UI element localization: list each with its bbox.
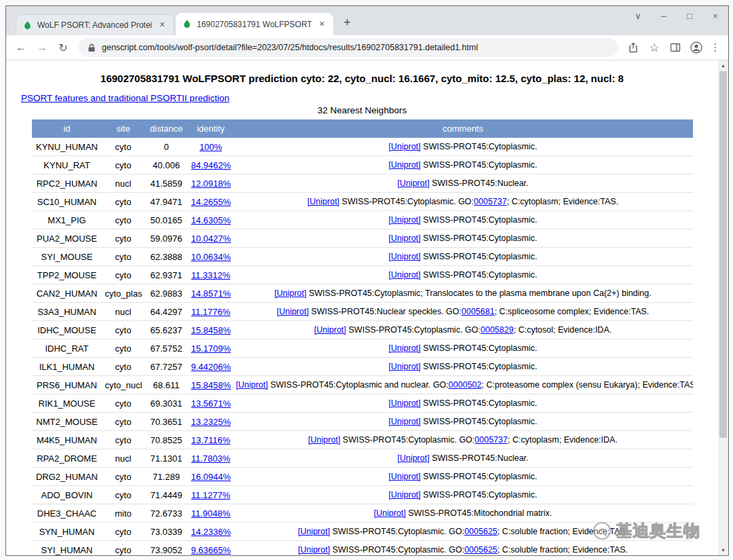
comment-link[interactable]: [Uniprot] — [389, 417, 421, 426]
identity-link[interactable]: 15.1709% — [191, 343, 231, 354]
identity-link[interactable]: 9.44206% — [191, 362, 231, 372]
comment-link[interactable]: [Uniprot] — [389, 270, 421, 280]
comment-link[interactable]: 0005737 — [474, 435, 508, 445]
identity-link[interactable]: 14.2655% — [191, 197, 231, 207]
identity-link[interactable]: 11.1277% — [191, 490, 231, 500]
comments-cell: [Uniprot] SWISS-PROT45:Cytoplasmic. GO:0… — [233, 541, 693, 556]
identity-link[interactable]: 11.1776% — [191, 307, 231, 317]
header-identity: identity — [189, 119, 233, 138]
menu-kebab-icon[interactable]: ⋮ — [708, 38, 723, 57]
forward-button[interactable]: → — [33, 38, 52, 57]
identity-link[interactable]: 13.5671% — [191, 398, 231, 409]
identity-link[interactable]: 14.2336% — [191, 527, 231, 537]
comment-link[interactable]: [Uniprot] — [389, 490, 421, 500]
lock-icon[interactable] — [88, 43, 96, 52]
comment-link[interactable]: 0005681 — [462, 307, 495, 316]
comment-link[interactable]: [Uniprot] — [389, 252, 421, 261]
identity-link[interactable]: 14.6305% — [191, 215, 231, 225]
address-bar[interactable]: genscript.com/tools/wolf-psort/detail?fi… — [79, 38, 618, 57]
side-panel-icon[interactable] — [666, 38, 685, 57]
psort-features-link[interactable]: PSORT features and traditional PSORTII p… — [21, 93, 229, 103]
comment-link[interactable]: 0005625 — [464, 527, 497, 536]
back-button[interactable]: ← — [12, 38, 31, 57]
identity-link[interactable]: 11.9048% — [191, 508, 231, 519]
scroll-up-icon[interactable]: ▲ — [718, 60, 728, 71]
vertical-scrollbar[interactable]: ▲ ▼ — [718, 60, 728, 555]
identity-cell: 11.1277% — [189, 486, 233, 504]
table-row: DRG2_HUMANcyto71.28916.0944%[Uniprot] SW… — [32, 468, 693, 486]
tab-close-icon[interactable]: × — [316, 19, 327, 30]
identity-link[interactable]: 11.3312% — [191, 270, 231, 280]
comment-link[interactable]: [Uniprot] — [308, 435, 340, 445]
comment-text: SWISS-PROT45:Cytoplasmic. — [421, 490, 538, 500]
identity-link[interactable]: 15.8458% — [191, 380, 231, 390]
identity-link[interactable]: 15.8458% — [191, 325, 231, 335]
comment-link[interactable]: 0005829 — [481, 325, 514, 335]
tab-wolf-psort-home[interactable]: WoLF PSORT: Advanced Protei × — [16, 14, 174, 35]
comment-text: SWISS-PROT45:Cytoplasmic. GO: — [330, 527, 464, 536]
comment-link[interactable]: 0005737 — [474, 197, 507, 206]
table-row: ADO_BOVINcyto71.444911.1277%[Uniprot] SW… — [32, 486, 693, 504]
tab-results[interactable]: 16902705831791 WoLFPSORT × — [176, 13, 333, 35]
identity-link[interactable]: 100% — [200, 142, 222, 152]
comment-link[interactable]: [Uniprot] — [298, 545, 330, 555]
comment-link[interactable]: [Uniprot] — [236, 380, 268, 390]
comment-link[interactable]: [Uniprot] — [307, 197, 339, 206]
identity-link[interactable]: 13.2325% — [191, 417, 231, 427]
table-row: S3A3_HUMANnucl64.429711.1776%[Uniprot] S… — [32, 303, 693, 321]
share-icon[interactable] — [624, 38, 643, 57]
comment-link[interactable]: [Uniprot] — [314, 325, 346, 335]
scroll-down-icon[interactable]: ▼ — [718, 545, 728, 555]
distance-cell: 70.3651 — [145, 413, 189, 431]
identity-link[interactable]: 10.0634% — [191, 252, 231, 262]
identity-link[interactable]: 9.63665% — [191, 545, 231, 555]
table-row: IDHC_RATcyto67.575215.1709%[Uniprot] SWI… — [32, 339, 693, 358]
reload-button[interactable]: ↻ — [54, 38, 73, 57]
identity-cell: 14.2336% — [189, 523, 233, 541]
identity-link[interactable]: 11.7803% — [191, 453, 231, 464]
comment-link[interactable]: [Uniprot] — [389, 160, 421, 170]
id-cell: PRS6_HUMAN — [32, 376, 102, 394]
profile-avatar[interactable] — [687, 38, 706, 57]
comments-cell: [Uniprot] SWISS-PROT45:Cytoplasmic. — [233, 138, 693, 156]
identity-link[interactable]: 10.0427% — [191, 234, 231, 244]
tab-search-icon[interactable]: ∨ — [625, 6, 651, 26]
comment-link[interactable]: [Uniprot] — [298, 527, 330, 536]
id-cell: SYI_HUMAN — [32, 541, 102, 556]
comment-link[interactable]: 0000502 — [449, 380, 482, 390]
identity-link[interactable]: 14.8571% — [191, 288, 231, 299]
tab-close-icon[interactable]: × — [157, 20, 168, 31]
comment-link[interactable]: [Uniprot] — [374, 508, 406, 518]
identity-link[interactable]: 84.9462% — [191, 160, 231, 170]
minimize-button[interactable]: – — [651, 6, 677, 26]
site-cell: cyto — [102, 541, 145, 556]
table-row: SYI_HUMANcyto73.90529.63665%[Uniprot] SW… — [32, 541, 693, 556]
close-button[interactable]: × — [702, 6, 728, 26]
comments-cell: [Uniprot] SWISS-PROT45:Cytoplasmic. — [233, 468, 693, 486]
comment-link[interactable]: [Uniprot] — [397, 453, 429, 463]
comment-link[interactable]: [Uniprot] — [389, 215, 421, 225]
comment-link[interactable]: 0005625 — [464, 545, 497, 555]
new-tab-button[interactable]: + — [338, 14, 356, 32]
bookmark-star-icon[interactable]: ☆ — [645, 38, 664, 57]
comment-link[interactable]: [Uniprot] — [389, 142, 421, 151]
scroll-thumb[interactable] — [719, 71, 727, 438]
comment-link[interactable]: [Uniprot] — [389, 343, 421, 353]
comment-link[interactable]: [Uniprot] — [389, 362, 421, 371]
comment-link[interactable]: [Uniprot] — [277, 307, 309, 316]
table-row: PRS6_HUMANcyto_nucl68.61115.8458%[Unipro… — [32, 376, 693, 394]
maximize-button[interactable]: □ — [677, 6, 702, 26]
comment-text: SWISS-PROT45:Nuclear speckles. GO: — [309, 307, 462, 316]
site-cell: nucl — [102, 449, 145, 468]
header-site: site — [102, 119, 145, 138]
comment-link[interactable]: [Uniprot] — [274, 288, 306, 298]
identity-link[interactable]: 13.7116% — [191, 435, 231, 445]
comment-link[interactable]: [Uniprot] — [389, 472, 421, 481]
identity-link[interactable]: 12.0918% — [191, 179, 231, 189]
page-content: 16902705831791 WoLFPSORT prediction cyto… — [6, 60, 728, 555]
identity-link[interactable]: 16.0944% — [191, 472, 231, 482]
comment-link[interactable]: [Uniprot] — [397, 179, 429, 188]
comment-link[interactable]: [Uniprot] — [389, 398, 421, 408]
site-cell: cyto — [102, 486, 145, 504]
comment-link[interactable]: [Uniprot] — [389, 234, 421, 243]
